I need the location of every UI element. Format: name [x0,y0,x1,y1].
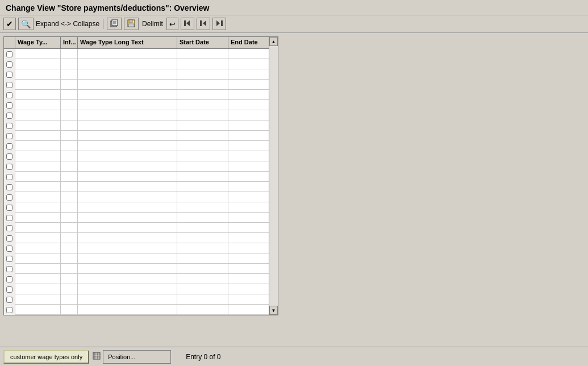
table-cell [15,161,61,172]
row-checkbox[interactable] [6,215,12,221]
row-checkbox[interactable] [6,61,12,68]
table-row[interactable] [4,90,269,100]
table-cell [228,253,269,264]
table-cell [228,202,269,213]
undo-icon: ↩ [169,20,176,28]
row-checkbox[interactable] [6,225,12,231]
scroll-down-btn[interactable]: ▼ [269,306,278,315]
scroll-track[interactable] [269,46,278,306]
row-checkbox[interactable] [6,297,12,303]
position-btn[interactable]: Position... [103,350,171,364]
table-row[interactable] [4,69,269,80]
table-row[interactable] [4,110,269,120]
table-row[interactable] [4,172,269,182]
table-row[interactable] [4,80,269,90]
row-checkbox[interactable] [6,205,12,211]
row-checkbox[interactable] [6,143,12,149]
table-row[interactable] [4,192,269,202]
table-cell [228,172,269,182]
table-row[interactable] [4,243,269,253]
toolbar-first-btn[interactable] [181,18,194,30]
table-cell [177,100,228,110]
table-row[interactable] [4,49,269,59]
toolbar-copy1-btn[interactable] [107,18,122,30]
toolbar-next-btn[interactable] [212,18,226,30]
table-row[interactable] [4,284,269,294]
table-cell [78,161,177,172]
row-checkbox[interactable] [6,51,12,57]
table-cell [78,284,177,294]
table-cell [177,69,228,80]
main-content: Wage Ty... Inf... Wage Type Long Text St… [0,33,588,315]
table-row[interactable] [4,151,269,161]
table-inner: Wage Ty... Inf... Wage Type Long Text St… [4,37,269,315]
table-row[interactable] [4,264,269,274]
row-checkbox[interactable] [6,164,12,170]
copy1-icon [110,19,119,29]
row-checkbox[interactable] [6,113,12,119]
toolbar-save-btn[interactable] [124,18,139,30]
row-checkbox[interactable] [6,307,12,313]
table-row[interactable] [4,233,269,243]
table-row[interactable] [4,120,269,131]
row-checkbox[interactable] [6,246,12,252]
table-row[interactable] [4,100,269,110]
page-title: Change View "Store payments/deductions":… [6,3,582,13]
table-cell [15,120,61,131]
scroll-up-btn[interactable]: ▲ [269,37,278,46]
table-cell [78,151,177,161]
table-row[interactable] [4,141,269,151]
row-checkbox[interactable] [6,82,12,88]
table-row[interactable] [4,305,269,315]
table-row[interactable] [4,202,269,213]
table-cell [78,49,177,59]
table-cell [177,192,228,202]
row-checkbox[interactable] [6,286,12,293]
table-cell [78,274,177,284]
table-cell [15,69,61,80]
row-checkbox[interactable] [6,102,12,109]
table-row[interactable] [4,294,269,305]
customer-wage-types-btn[interactable]: customer wage types only [3,350,89,364]
table-cell [61,294,78,305]
table-cell [177,223,228,233]
row-checkbox[interactable] [6,174,12,180]
table-row[interactable] [4,131,269,141]
table-row[interactable] [4,274,269,284]
table-cell [61,151,78,161]
table-row[interactable] [4,223,269,233]
table-cell [177,141,228,151]
check-icon: ✔ [6,19,13,28]
row-checkbox[interactable] [6,266,12,272]
table-cell [177,264,228,274]
toolbar-check-btn[interactable]: ✔ [3,18,16,30]
table-cell [15,213,61,223]
table-cell [228,59,269,69]
table-row[interactable] [4,161,269,172]
table-cell [177,202,228,213]
toolbar-search-btn[interactable]: 🔍 [18,18,34,30]
table-cell [177,213,228,223]
toolbar-prev-btn[interactable] [197,18,210,30]
row-checkbox[interactable] [6,194,12,201]
table-cell [15,80,61,90]
row-checkbox[interactable] [6,184,12,190]
toolbar-undo-btn[interactable]: ↩ [166,18,178,30]
row-checkbox[interactable] [6,235,12,242]
table-row[interactable] [4,59,269,69]
table-cell [61,69,78,80]
row-checkbox[interactable] [6,72,12,78]
vertical-scrollbar[interactable]: ▲ ▼ [269,37,278,315]
svg-marker-9 [186,20,190,26]
row-checkbox[interactable] [6,256,12,262]
row-checkbox[interactable] [6,276,12,282]
row-checkbox[interactable] [6,123,12,129]
table-cell [78,131,177,141]
table-row[interactable] [4,213,269,223]
table-row[interactable] [4,182,269,192]
table-row[interactable] [4,253,269,264]
row-checkbox[interactable] [6,92,12,98]
row-checkbox[interactable] [6,133,12,139]
row-checkbox[interactable] [6,153,12,160]
table-cell [61,161,78,172]
